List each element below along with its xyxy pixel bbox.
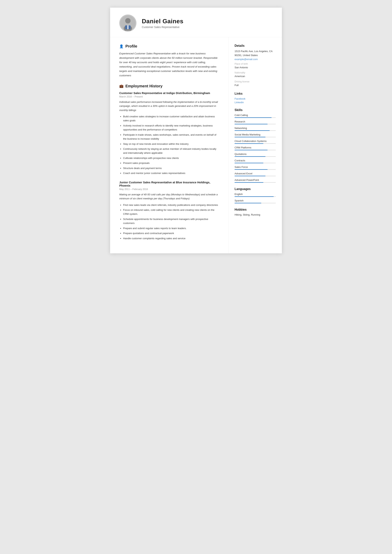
list-item: Present sales proposals [123, 161, 219, 165]
languages-title: Languages [235, 187, 276, 191]
skill-bar-bg [235, 143, 276, 144]
list-item: Cultivate relationships with prospective… [123, 156, 219, 160]
skill-item: Cold Calling [235, 114, 276, 118]
skill-bar-fill [235, 143, 263, 144]
list-item: Actively involved in research efforts to… [123, 124, 219, 132]
resume-body: 👤 Profile Experienced Customer Sales Rep… [110, 37, 282, 253]
skill-bar-fill [235, 182, 263, 183]
languages-list: English Spanish [235, 193, 276, 203]
skill-item: Quotations [235, 153, 276, 157]
email-link[interactable]: example@email.com [235, 58, 276, 61]
profile-section-title: 👤 Profile [119, 44, 219, 48]
skill-name: CRM Platforms [235, 146, 276, 149]
address: 1515 Pacific Ave, Los Angeles, CA 90291,… [235, 49, 276, 57]
skill-bar-bg [235, 130, 276, 131]
resume-container: Daniel Gaines Customer Sales Representat… [110, 8, 282, 253]
hobbies-section: Hobbies Hiking, Skiing, Running [235, 208, 276, 216]
place-of-birth-label: Place of birth [235, 62, 276, 65]
languages-section: Languages English Spanish [235, 187, 276, 203]
language-bar-bg [235, 203, 276, 203]
details-section: Details 1515 Pacific Ave, Los Angeles, C… [235, 44, 276, 87]
details-title: Details [235, 44, 276, 48]
employment-section-title: 💼 Employment History [119, 84, 219, 88]
language-bar-fill [235, 196, 274, 197]
list-item: Schedule appointments for business devel… [123, 217, 219, 225]
skill-item: Advanced Excel [235, 172, 276, 176]
resume-header: Daniel Gaines Customer Sales Representat… [110, 8, 282, 37]
hobbies-text: Hiking, Skiing, Running [235, 213, 276, 216]
skill-bar-fill [235, 169, 267, 170]
links-section: Links Facebook Linkedin [235, 92, 276, 104]
job-1-bullets: Build creative sales strategies to incre… [119, 114, 219, 175]
skill-item: Cloud Collaboration Systems [235, 140, 276, 144]
profile-icon: 👤 [119, 44, 124, 48]
skill-bar-fill [235, 117, 272, 118]
job-1-dates: March 2016 – Present [119, 95, 219, 98]
skill-item: Contracts [235, 159, 276, 163]
skill-name: Networking [235, 127, 276, 130]
skill-bar-bg [235, 176, 276, 176]
list-item: Find new sales leads via client referral… [123, 203, 219, 207]
skill-name: Sales Force [235, 166, 276, 168]
job-1: Customer Sales Representative at Indigo … [119, 91, 219, 175]
skill-item: CRM Platforms [235, 146, 276, 150]
skills-section: Skills Cold Calling Research Networking … [235, 108, 276, 183]
header-info: Daniel Gaines Customer Sales Representat… [142, 18, 183, 29]
skill-name: Social Media Marketing [235, 133, 276, 136]
list-item: Coach and mentor junior customer sales r… [123, 171, 219, 175]
language-bar-fill [235, 203, 261, 203]
skill-item: Research [235, 120, 276, 124]
skills-list: Cold Calling Research Networking Social … [235, 114, 276, 183]
profile-text: Experienced Customer Sales Representativ… [119, 51, 219, 78]
skill-item: Networking [235, 127, 276, 131]
links-title: Links [235, 92, 276, 95]
skill-bar-bg [235, 137, 276, 137]
skill-name: Quotations [235, 153, 276, 155]
skill-bar-bg [235, 150, 276, 150]
skill-bar-bg [235, 124, 276, 124]
candidate-name: Daniel Gaines [142, 18, 183, 25]
skill-name: Cloud Collaboration Systems [235, 140, 276, 143]
list-item: Prepare and submit regular sales reports… [123, 226, 219, 230]
skill-bar-fill [235, 156, 266, 157]
list-item: Participate in trade shows, sales worksh… [123, 133, 219, 141]
language-bar-bg [235, 196, 276, 197]
nationality-label: Nationality [235, 71, 276, 74]
sidebar: Details 1515 Pacific Ave, Los Angeles, C… [228, 37, 282, 253]
place-of-birth: San Antonio [235, 66, 276, 70]
svg-rect-4 [127, 25, 129, 29]
candidate-title: Customer Sales Representative [142, 26, 183, 29]
language-item: English [235, 193, 276, 197]
avatar [119, 14, 136, 32]
language-item: Spanish [235, 199, 276, 203]
facebook-link[interactable]: Facebook [235, 97, 276, 100]
driving-license-label: Driving license [235, 80, 276, 83]
skill-bar-fill [235, 176, 266, 176]
job-1-description: Individual sales performance increased f… [119, 100, 219, 112]
skill-name: Advanced PowerPoint [235, 179, 276, 181]
employment-icon: 💼 [119, 84, 124, 88]
list-item: Prepare quotations and contractual paper… [123, 231, 219, 235]
main-content: 👤 Profile Experienced Customer Sales Rep… [110, 37, 228, 253]
hobbies-title: Hobbies [235, 208, 276, 211]
employment-section: 💼 Employment History Customer Sales Repr… [119, 84, 219, 240]
skills-title: Skills [235, 108, 276, 112]
skill-item: Advanced PowerPoint [235, 179, 276, 183]
skill-bar-fill [235, 163, 263, 163]
skill-bar-bg [235, 169, 276, 170]
linkedin-link[interactable]: Linkedin [235, 101, 276, 104]
skill-bar-fill [235, 150, 267, 150]
list-item: Build creative sales strategies to incre… [123, 114, 219, 123]
skill-bar-fill [235, 130, 270, 131]
nationality: American [235, 74, 276, 78]
skill-name: Advanced Excel [235, 172, 276, 175]
skill-item: Sales Force [235, 166, 276, 170]
job-2-dates: May 2011 – February 2016 [119, 188, 219, 191]
job-2-title: Junior Customer Sales Representative at … [119, 181, 219, 187]
list-item: Continuously network by staying an activ… [123, 147, 219, 155]
list-item: Stay on top of new trends and innovation… [123, 142, 219, 146]
driving-license: Full [235, 83, 276, 87]
skill-name: Contracts [235, 159, 276, 162]
skill-bar-bg [235, 156, 276, 157]
list-item: Structure deals and payment terms [123, 166, 219, 170]
